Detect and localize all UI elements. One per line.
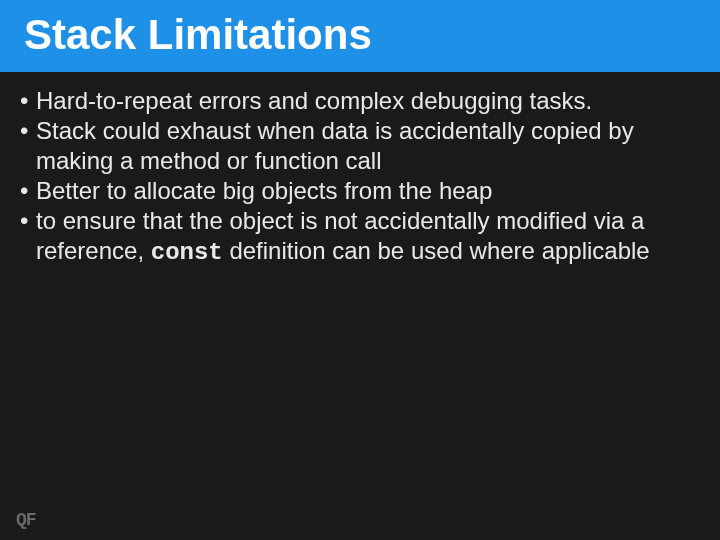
code-keyword: const bbox=[151, 239, 223, 266]
list-item: Hard-to-repeat errors and complex debugg… bbox=[20, 86, 700, 116]
footer-logo: QF bbox=[16, 510, 36, 530]
list-item: Better to allocate big objects from the … bbox=[20, 176, 700, 206]
bullet-post: definition can be used where applicable bbox=[223, 237, 650, 264]
slide-content: Hard-to-repeat errors and complex debugg… bbox=[0, 72, 720, 268]
slide-title: Stack Limitations bbox=[24, 11, 372, 59]
list-item: Stack could exhaust when data is acciden… bbox=[20, 116, 700, 176]
slide-header: Stack Limitations bbox=[0, 0, 720, 72]
list-item: to ensure that the object is not acciden… bbox=[20, 206, 700, 268]
bullet-list: Hard-to-repeat errors and complex debugg… bbox=[20, 86, 700, 268]
